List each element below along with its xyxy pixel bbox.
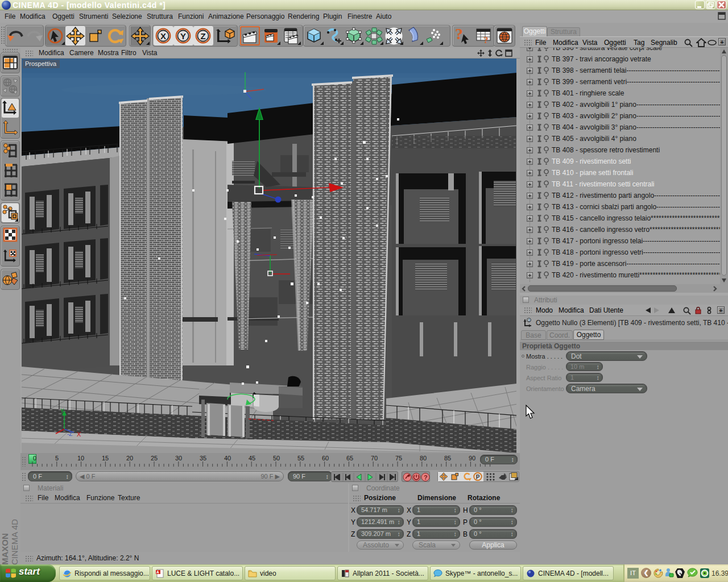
svg-text:15: 15: [102, 455, 109, 462]
svg-text:20: 20: [126, 455, 133, 462]
svg-text:60: 60: [322, 455, 329, 462]
svg-text:90: 90: [469, 455, 475, 462]
svg-text:45: 45: [249, 455, 255, 462]
svg-text:10: 10: [77, 455, 84, 462]
svg-text:75: 75: [395, 455, 402, 462]
svg-text:0: 0: [528, 318, 530, 322]
svg-text:0: 0: [33, 455, 36, 462]
svg-text:CINEMA 4D: CINEMA 4D: [10, 519, 19, 565]
svg-text:?: ?: [483, 35, 489, 45]
svg-text:Z: Z: [200, 31, 205, 41]
svg-text:Y: Y: [180, 31, 186, 41]
svg-text:65: 65: [346, 455, 353, 462]
svg-text:30: 30: [175, 455, 182, 462]
svg-text:5: 5: [55, 455, 59, 462]
svg-text:35: 35: [200, 455, 206, 462]
svg-text:-Z: -Z: [67, 431, 72, 437]
svg-text:50: 50: [273, 455, 280, 462]
svg-text:P: P: [476, 474, 480, 480]
svg-text:A: A: [156, 570, 159, 574]
svg-text:?: ?: [455, 27, 463, 43]
svg-text:Y: Y: [60, 408, 64, 414]
svg-text:25: 25: [151, 455, 158, 462]
svg-text:70: 70: [371, 455, 378, 462]
svg-text:55: 55: [297, 455, 304, 462]
svg-text:85: 85: [444, 455, 451, 462]
svg-text:?: ?: [424, 474, 428, 481]
svg-text:X: X: [77, 431, 81, 438]
svg-text:MAXON: MAXON: [0, 533, 10, 565]
svg-text:40: 40: [224, 455, 231, 462]
svg-text:80: 80: [420, 455, 427, 462]
svg-text:X: X: [160, 31, 166, 41]
